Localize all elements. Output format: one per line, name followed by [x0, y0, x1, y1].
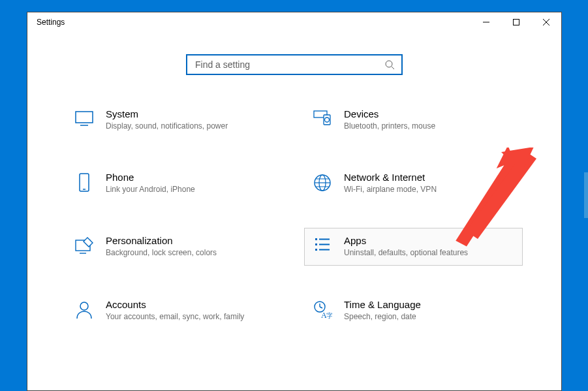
tile-desc: Bluetooth, printers, mouse [344, 121, 514, 131]
accounts-icon [74, 300, 94, 320]
tile-apps[interactable]: Apps Uninstall, defaults, optional featu… [304, 228, 523, 265]
maximize-button[interactable] [501, 12, 531, 32]
devices-icon [313, 110, 332, 129]
search-icon [385, 60, 395, 70]
search-input[interactable] [194, 59, 385, 70]
tile-devices[interactable]: Devices Bluetooth, printers, mouse [304, 101, 523, 138]
svg-rect-1 [514, 20, 519, 25]
tile-title: Accounts [106, 299, 276, 310]
svg-rect-6 [76, 112, 93, 123]
svg-point-27 [80, 302, 88, 310]
svg-rect-25 [315, 249, 317, 251]
maximize-icon [513, 19, 519, 25]
search-box[interactable] [186, 54, 403, 75]
minimize-icon [483, 19, 489, 25]
tile-title: System [106, 108, 276, 119]
tile-title: Devices [344, 108, 514, 119]
time-language-icon: A字 [313, 300, 332, 320]
svg-point-4 [386, 61, 392, 67]
apps-icon [313, 236, 332, 256]
svg-text:字: 字 [326, 312, 332, 319]
tile-desc: Uninstall, defaults, optional features [344, 247, 514, 258]
tile-title: Time & Language [344, 299, 514, 310]
tile-desc: Display, sound, notifications, power [106, 121, 276, 131]
window-title: Settings [37, 18, 65, 27]
system-icon [74, 110, 94, 129]
tile-title: Network & Internet [344, 172, 514, 183]
tile-title: Personalization [106, 235, 276, 246]
desktop-background: Settings [0, 0, 588, 391]
tile-phone[interactable]: Phone Link your Android, iPhone [66, 164, 285, 202]
window-controls [471, 12, 561, 32]
tile-desc: Wi-Fi, airplane mode, VPN [344, 184, 514, 195]
svg-rect-21 [315, 238, 317, 240]
tile-title: Phone [106, 172, 276, 183]
svg-rect-12 [80, 174, 89, 191]
close-icon [543, 19, 549, 25]
categories-grid: System Display, sound, notifications, po… [66, 101, 523, 329]
personalization-icon [74, 236, 94, 256]
search-container [60, 54, 529, 75]
desktop-edge-accent [584, 172, 588, 218]
tile-system[interactable]: System Display, sound, notifications, po… [66, 101, 285, 138]
svg-line-30 [320, 307, 322, 308]
tile-accounts[interactable]: Accounts Your accounts, email, sync, wor… [66, 292, 285, 329]
content-area: System Display, sound, notifications, po… [27, 32, 561, 329]
tile-desc: Background, lock screen, colors [106, 247, 276, 258]
tile-network[interactable]: Network & Internet Wi-Fi, airplane mode,… [304, 164, 523, 202]
tile-desc: Link your Android, iPhone [106, 184, 276, 195]
tile-desc: Your accounts, email, sync, work, family [106, 311, 276, 322]
settings-window: Settings [27, 12, 562, 391]
phone-icon [74, 173, 94, 193]
tile-time-language[interactable]: A字 Time & Language Speech, region, date [304, 292, 523, 329]
network-icon [313, 173, 332, 193]
close-button[interactable] [531, 12, 561, 32]
svg-rect-23 [315, 243, 317, 245]
svg-line-5 [392, 67, 394, 69]
minimize-button[interactable] [471, 12, 501, 32]
tile-personalization[interactable]: Personalization Background, lock screen,… [66, 228, 285, 265]
tile-desc: Speech, region, date [344, 311, 514, 322]
tile-title: Apps [344, 235, 514, 246]
titlebar: Settings [27, 12, 561, 32]
